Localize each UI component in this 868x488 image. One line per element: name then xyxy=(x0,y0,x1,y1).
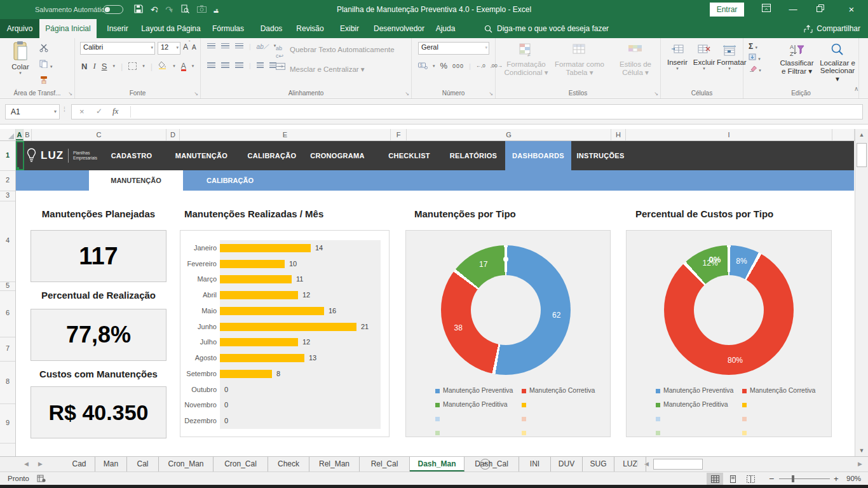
underline-button[interactable]: S xyxy=(102,62,107,71)
ribbon-tab-revisão[interactable]: Revisão xyxy=(290,19,330,38)
row-header-2[interactable]: 2 xyxy=(0,176,15,184)
sheet-tab-dash_man[interactable]: Dash_Man xyxy=(410,457,465,471)
zoom-in-icon[interactable]: + xyxy=(834,472,839,485)
sheet-tab-rel_man[interactable]: Rel_Man xyxy=(309,457,360,471)
nav-item-calibração[interactable]: CALIBRAÇÃO xyxy=(239,141,305,170)
close-button[interactable]: × xyxy=(839,0,864,19)
zoom-slider-thumb[interactable] xyxy=(792,475,794,482)
decrease-indent-icon[interactable] xyxy=(257,62,264,68)
name-box-dropdown-icon[interactable]: ▾ xyxy=(54,105,57,119)
enter-icon[interactable]: ✓ xyxy=(96,107,102,116)
nav-item-cadastro[interactable]: CADASTRO xyxy=(98,141,165,170)
tell-me-search[interactable]: Diga-me o que você deseja fazer xyxy=(484,19,609,38)
sheet-tab-sug[interactable]: SUG xyxy=(583,457,614,471)
orientation-icon[interactable]: ab⟋ xyxy=(257,43,268,51)
sheet-tab-cron_man[interactable]: Cron_Man xyxy=(159,457,214,471)
column-header-a[interactable]: A xyxy=(16,129,24,140)
dialog-launcher-icon[interactable]: ↘ xyxy=(489,91,493,97)
ribbon-tab-exibir[interactable]: Exibir xyxy=(330,19,369,38)
conditional-formatting-button[interactable]: ≠FormataçãoCondicional ▾ xyxy=(501,43,552,77)
align-bottom-icon[interactable] xyxy=(235,43,243,49)
align-right-icon[interactable] xyxy=(235,62,243,68)
borders-dropdown-icon[interactable]: ▾ xyxy=(142,64,145,69)
normal-view-button[interactable] xyxy=(707,473,723,485)
sheet-tab-dash_cal[interactable]: Dash_Cal xyxy=(465,457,519,471)
row-header-5[interactable]: 5 xyxy=(0,281,15,289)
delete-cells-button-dropdown-icon[interactable]: ▾ xyxy=(691,66,717,71)
scroll-up-icon[interactable]: ▲ xyxy=(857,132,867,138)
column-header-f[interactable]: F xyxy=(391,129,407,140)
sheet-tab-ini[interactable]: INI xyxy=(519,457,551,471)
column-header-h[interactable]: H xyxy=(611,129,626,140)
fill-color-icon[interactable] xyxy=(158,61,167,71)
font-size-combo[interactable]: 12▾ xyxy=(158,42,180,55)
delete-cells-button[interactable]: Excluir▾ xyxy=(691,44,717,71)
align-left-icon[interactable] xyxy=(207,62,215,68)
row-header-8[interactable]: 8 xyxy=(0,377,15,385)
macro-record-icon[interactable] xyxy=(37,474,46,485)
increase-decimal-button[interactable]: ←,0 xyxy=(476,63,485,69)
align-top-icon[interactable] xyxy=(207,43,215,49)
dialog-launcher-icon[interactable]: ↘ xyxy=(194,91,198,97)
font-name-dropdown-icon[interactable]: ▾ xyxy=(151,45,153,50)
row-header-9[interactable]: 9 xyxy=(0,419,15,426)
align-middle-icon[interactable] xyxy=(221,43,229,49)
nav-item-instruções[interactable]: INSTRUÇÕES xyxy=(567,141,634,170)
autosum-button[interactable]: Σ ▾ xyxy=(749,42,761,51)
hscroll-right-icon[interactable]: ▶ xyxy=(858,461,862,467)
sheet-tab-cron_cal[interactable]: Cron_Cal xyxy=(214,457,268,471)
dialog-launcher-icon[interactable]: ↘ xyxy=(68,91,72,97)
row-header-4[interactable]: 4 xyxy=(0,236,15,244)
column-header-extra[interactable] xyxy=(832,129,855,140)
sheet-tab-luz[interactable]: LUZ xyxy=(614,457,646,471)
borders-icon[interactable] xyxy=(128,62,137,70)
fx-icon[interactable]: fx xyxy=(112,106,118,116)
scroll-down-icon[interactable]: ▼ xyxy=(857,447,867,454)
horizontal-scroll-thumb[interactable] xyxy=(653,459,703,470)
dialog-launcher-icon[interactable]: ↘ xyxy=(405,91,409,97)
ribbon-tab-desenvolvedor[interactable]: Desenvolvedor xyxy=(369,19,430,38)
column-header-e[interactable]: E xyxy=(180,129,391,140)
sheet-tab-cad[interactable]: Cad xyxy=(64,457,95,471)
formula-input[interactable] xyxy=(135,105,860,119)
cut-icon[interactable] xyxy=(39,43,52,55)
share-button[interactable]: Compartilhar xyxy=(804,19,860,38)
sheet-nav-left-icon[interactable]: ◀ xyxy=(24,461,29,467)
format-cells-button[interactable]: Formatar▾ xyxy=(717,44,742,71)
zoom-slider-track[interactable] xyxy=(779,478,830,479)
ribbon-display-options-icon[interactable] xyxy=(754,0,779,19)
vertical-scroll-thumb[interactable] xyxy=(857,143,867,167)
row-header-3[interactable]: 3 xyxy=(0,191,15,199)
sheet-tab-cal[interactable]: Cal xyxy=(127,457,159,471)
subtab-manutenção[interactable]: MANUTENÇÃO xyxy=(89,170,183,191)
nav-item-cronograma[interactable]: CRONOGRAMA xyxy=(304,141,370,170)
minimize-button[interactable]: — xyxy=(780,0,806,19)
comma-style-button[interactable]: 000 xyxy=(452,63,464,69)
cancel-icon[interactable]: × xyxy=(79,107,85,116)
percent-style-button[interactable]: % xyxy=(440,61,448,71)
vertical-scrollbar[interactable]: ▲ ▼ xyxy=(855,129,868,456)
subtab-calibração[interactable]: CALIBRAÇÃO xyxy=(183,170,277,191)
underline-dropdown-icon[interactable]: ▾ xyxy=(112,64,115,69)
fill-color-dropdown-icon[interactable]: ▾ xyxy=(173,64,175,69)
fill-button[interactable]: ▾ xyxy=(749,53,761,62)
nav-item-relatórios[interactable]: RELATÓRIOS xyxy=(440,141,506,170)
find-select-button[interactable]: Localizar eSelecionar ▾ xyxy=(818,43,857,83)
column-header-b[interactable]: B xyxy=(24,129,32,140)
ribbon-tab-layout-da-página[interactable]: Layout da Página xyxy=(139,19,203,38)
font-size-dropdown-icon[interactable]: ▾ xyxy=(176,45,179,50)
row-header-1[interactable]: 1 xyxy=(0,151,15,159)
number-format-dropdown-icon[interactable]: ▾ xyxy=(485,45,487,50)
sort-filter-button[interactable]: AZClassificare Filtrar ▾ xyxy=(776,43,817,76)
column-header-c[interactable]: C xyxy=(32,129,166,140)
restore-button[interactable] xyxy=(808,0,833,19)
column-header-g[interactable]: G xyxy=(407,129,611,140)
format-cells-button-dropdown-icon[interactable]: ▾ xyxy=(717,66,742,71)
clear-button[interactable]: ▾ xyxy=(749,65,761,74)
sheet-tab-check[interactable]: Check xyxy=(268,457,309,471)
align-center-icon[interactable] xyxy=(221,62,229,68)
sheet-tab-duv[interactable]: DUV xyxy=(551,457,583,471)
page-layout-view-button[interactable] xyxy=(724,473,741,485)
name-box[interactable]: A1▾ xyxy=(5,104,60,119)
cell-styles-button[interactable]: Estilos deCélula ▾ xyxy=(610,43,661,77)
